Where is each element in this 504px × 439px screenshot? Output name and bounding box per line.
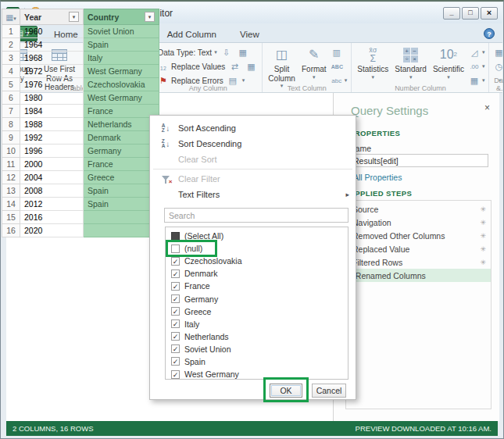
pivot-column-icon[interactable]: ▦ [236, 47, 250, 59]
country-cell[interactable]: Germany [84, 145, 159, 158]
merge-columns-button[interactable]: ▥ [331, 46, 348, 59]
row-number[interactable]: 11 [2, 158, 20, 171]
filter-value-item[interactable]: ✓Greece [166, 305, 348, 318]
row-number[interactable]: 15 [2, 211, 20, 224]
year-cell[interactable]: 2008 [20, 184, 84, 198]
year-cell[interactable]: 1996 [20, 145, 84, 158]
year-cell[interactable]: 2000 [20, 158, 84, 171]
country-cell[interactable]: France [84, 158, 159, 171]
row-number[interactable]: 3 [2, 52, 20, 65]
row-number[interactable]: 16 [2, 224, 20, 237]
sort-descending-item[interactable]: ZA ↓ Sort Descending [150, 136, 356, 152]
row-number[interactable]: 4 [2, 65, 20, 78]
checkbox-checked[interactable]: ✓ [171, 357, 180, 366]
query-settings-close-icon[interactable]: × [484, 102, 490, 113]
year-cell[interactable]: 1988 [20, 118, 84, 131]
year-filter-button[interactable]: ▾ [69, 12, 79, 22]
split-column-button[interactable]: ◫ Split Column ▾ [266, 45, 296, 90]
country-cell[interactable] [84, 224, 159, 237]
data-type-button[interactable]: Data Type: Text ▾ ⇩ ▦ [158, 46, 258, 59]
all-properties-link[interactable]: All Properties [353, 173, 402, 182]
column-header-country[interactable]: Country ▾ [84, 9, 159, 25]
checkbox-unchecked[interactable] [171, 244, 180, 253]
country-cell[interactable]: Italy [84, 52, 159, 65]
year-cell[interactable]: 1960 [20, 25, 84, 38]
country-cell[interactable]: Netherlands [84, 118, 159, 131]
step-settings-gear-icon[interactable]: ✳ [480, 245, 486, 253]
filter-value-item[interactable]: ✓France [166, 280, 348, 292]
year-cell[interactable]: 2020 [20, 224, 84, 237]
step-settings-gear-icon[interactable]: ✳ [480, 232, 486, 240]
year-cell[interactable]: 1984 [20, 105, 84, 118]
filter-value-item[interactable]: ✓Italy [166, 318, 348, 330]
fill-down-icon[interactable]: ⇩ [220, 47, 234, 59]
extract-button[interactable]: ABC [331, 60, 348, 73]
minimize-button[interactable]: _ [443, 7, 460, 20]
step-settings-gear-icon[interactable]: ✳ [480, 259, 486, 266]
country-cell[interactable]: Denmark [84, 131, 159, 145]
row-number[interactable]: 10 [2, 145, 20, 158]
statistics-button[interactable]: x̄σΣ Statistics ▾ [356, 45, 390, 81]
row-number[interactable]: 8 [2, 118, 20, 131]
checkbox-checked[interactable]: ✓ [171, 370, 180, 379]
country-cell[interactable]: Soviet Union [84, 25, 159, 38]
applied-step-renamed-columns[interactable]: × Renamed Columns [346, 269, 491, 282]
date-button[interactable]: ▦ ▾ [493, 46, 504, 59]
cancel-button[interactable]: Cancel [312, 384, 346, 398]
applied-step-navigation[interactable]: Navigation ✳ [346, 216, 491, 229]
country-cell[interactable]: France [84, 105, 159, 118]
country-cell[interactable]: Spain [84, 184, 159, 198]
standard-button[interactable]: +− ÷× Standard ▾ [393, 45, 428, 81]
filter-value-item[interactable]: ✓Spain [166, 355, 348, 368]
checkbox-checked[interactable]: ✓ [171, 344, 180, 353]
trigonometry-button[interactable]: ◿ ▾ [469, 46, 485, 59]
replace-values-button[interactable]: ₁₂ Replace Values ⇄ ▦ [158, 60, 258, 73]
country-cell[interactable] [84, 211, 159, 224]
applied-step-removed-other-columns[interactable]: Removed Other Columns ✳ [346, 229, 491, 242]
select-all-corner-button[interactable]: ▦▾ [2, 9, 20, 25]
format-button[interactable]: ✎ Format ▾ [300, 45, 328, 81]
year-cell[interactable]: 1992 [20, 131, 84, 145]
step-settings-gear-icon[interactable]: ✳ [480, 219, 486, 227]
step-settings-gear-icon[interactable]: ✳ [480, 205, 486, 213]
year-cell[interactable]: 1972 [20, 65, 84, 78]
checkbox-checked[interactable]: ✓ [171, 294, 180, 303]
row-number[interactable]: 12 [2, 171, 20, 184]
tab-add-column[interactable]: Add Column [155, 26, 228, 43]
checkbox-checked[interactable]: ✓ [171, 319, 180, 328]
filter-value-item[interactable]: ✓Germany [166, 292, 348, 305]
help-icon[interactable]: ? [484, 28, 495, 39]
filter-value-item[interactable]: ✓Soviet Union [166, 343, 348, 355]
checkbox-checked[interactable]: ✓ [171, 307, 180, 316]
row-number[interactable]: 2 [2, 38, 20, 52]
ok-button[interactable]: OK [270, 384, 302, 398]
row-number[interactable]: 9 [2, 131, 20, 145]
filter-value-item[interactable]: ✓Denmark [166, 267, 348, 280]
unpivot-columns-icon[interactable]: ▦ [244, 61, 258, 73]
row-number[interactable]: 1 [2, 25, 20, 38]
filter-value-item[interactable]: ✓West Germany [166, 368, 348, 380]
tab-view[interactable]: View [228, 26, 271, 43]
year-cell[interactable]: 1980 [20, 91, 84, 105]
country-cell[interactable]: West Germany [84, 65, 159, 78]
country-cell[interactable]: West Germany [84, 91, 159, 105]
country-cell[interactable]: Spain [84, 198, 159, 211]
query-name-input[interactable] [349, 154, 488, 167]
year-cell[interactable]: 1976 [20, 78, 84, 91]
row-number[interactable]: 6 [2, 91, 20, 105]
filter-search-input[interactable] [164, 208, 349, 223]
year-cell[interactable]: 2016 [20, 211, 84, 224]
rounding-button[interactable]: .00 ▾ [469, 60, 485, 73]
year-cell[interactable]: 2004 [20, 171, 84, 184]
text-filters-item[interactable]: Text Filters ▸ [150, 187, 356, 202]
move-column-icon[interactable]: ⇄ [227, 61, 241, 73]
sort-ascending-item[interactable]: AZ ↓ Sort Ascending [150, 120, 356, 136]
checkbox-checked[interactable]: ✓ [171, 269, 180, 278]
time-button[interactable]: ◷ ▾ [493, 60, 504, 73]
row-number[interactable]: 14 [2, 198, 20, 211]
year-cell[interactable]: 1964 [20, 38, 84, 52]
country-cell[interactable]: Spain [84, 38, 159, 52]
filter-value-item[interactable]: ✓Czechoslovakia [166, 255, 348, 267]
maximize-button[interactable]: □ [462, 7, 479, 20]
applied-step-source[interactable]: Source ✳ [346, 202, 491, 216]
